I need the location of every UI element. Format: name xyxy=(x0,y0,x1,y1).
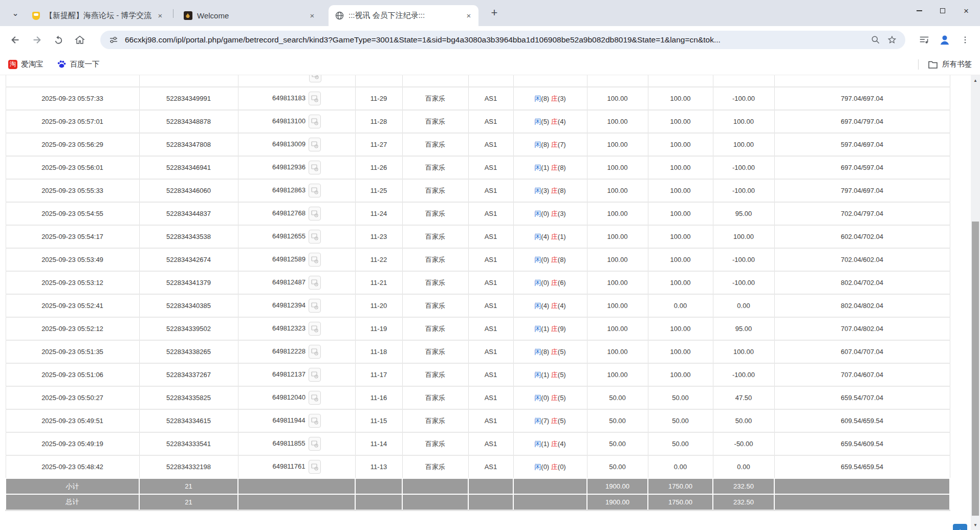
valid-amount: 100.00 xyxy=(648,363,713,386)
order-id: 522834343538 xyxy=(139,225,238,248)
bet-amount-link[interactable]: 100.00 xyxy=(587,87,648,110)
scrollbar-up-arrow-icon[interactable]: ▲ xyxy=(971,76,980,84)
site-settings-icon[interactable] xyxy=(107,34,120,46)
bet-amount-link[interactable]: 100.00 xyxy=(587,156,648,179)
folder-icon xyxy=(928,60,938,69)
bet-amount-link[interactable]: 100.00 xyxy=(587,340,648,363)
welcome-favicon xyxy=(183,11,192,20)
table-row: 2025-09-23 05:50:27522834335825649812040… xyxy=(6,386,950,409)
video-replay-button[interactable] xyxy=(309,437,321,451)
bet-amount-link[interactable]: 50.00 xyxy=(587,455,648,478)
video-replay-button[interactable] xyxy=(309,368,321,382)
total-valid: 1750.00 xyxy=(648,494,713,510)
banker-count: (4) xyxy=(558,440,566,448)
window-maximize-button[interactable] xyxy=(931,0,954,21)
bet-amount-link[interactable]: 50.00 xyxy=(587,386,648,409)
media-controls-icon[interactable] xyxy=(917,32,932,48)
page-scrollbar[interactable]: ▲ ▼ xyxy=(971,75,980,530)
order-id: 522834347808 xyxy=(139,133,238,156)
video-replay-button[interactable] xyxy=(309,207,321,220)
order-id: 522834346060 xyxy=(139,179,238,202)
order-id: 522834333541 xyxy=(139,432,238,455)
bet-amount-link[interactable]: 100.00 xyxy=(587,363,648,386)
video-replay-button[interactable] xyxy=(309,92,321,105)
video-replay-button[interactable] xyxy=(309,184,321,197)
account-name: AS1 xyxy=(468,317,513,340)
round-number: 649812863 xyxy=(272,186,306,194)
taobao-icon: 淘 xyxy=(8,60,17,69)
video-replay-button[interactable] xyxy=(309,460,321,474)
bet-amount-link[interactable]: 50.00 xyxy=(587,432,648,455)
banker-label: 庄 xyxy=(551,118,558,125)
player-label: 闲 xyxy=(534,210,541,217)
bet-table-body: 2025-09-23 05:57:33522834349991649813183… xyxy=(6,75,950,510)
bookmark-star-icon[interactable] xyxy=(886,34,898,46)
video-replay-button[interactable] xyxy=(309,391,321,405)
table-row: 2025-09-23 05:51:35522834338265649812228… xyxy=(6,340,950,363)
url-text[interactable]: 66cxkj98.com/ipl/portal.php/game/betreco… xyxy=(125,35,865,45)
bet-amount-link[interactable]: 100.00 xyxy=(587,110,648,133)
banker-count: (8) xyxy=(558,164,566,171)
bookmark-taobao[interactable]: 淘 爱淘宝 xyxy=(8,59,43,69)
back-button[interactable] xyxy=(8,33,23,47)
profile-avatar[interactable] xyxy=(937,32,952,48)
table-row: 2025-09-23 05:56:01522834346941649812936… xyxy=(6,156,950,179)
bet-amount-link[interactable]: 100.00 xyxy=(587,133,648,156)
all-bookmarks-button[interactable]: 所有书签 xyxy=(928,59,972,69)
player-count: (8) xyxy=(541,95,549,102)
bookmark-baidu[interactable]: 百度一下 xyxy=(57,59,100,69)
tab-forum[interactable]: 【新提醒】海燕论坛 - 博学交流 × xyxy=(25,5,170,26)
round-number: 649812323 xyxy=(272,324,306,332)
video-replay-button[interactable] xyxy=(309,115,321,128)
reload-button[interactable] xyxy=(51,33,66,47)
video-replay-button[interactable] xyxy=(309,322,321,336)
video-replay-button[interactable] xyxy=(309,138,321,151)
tab-search-chevron-icon[interactable]: ⌄ xyxy=(8,6,23,20)
forward-button[interactable] xyxy=(30,33,44,47)
banker-label: 庄 xyxy=(551,348,558,356)
tab-bet-record[interactable]: :::视讯 会员下注纪录::: × xyxy=(329,5,478,26)
bet-amount-link[interactable]: 100.00 xyxy=(587,248,648,271)
video-replay-button[interactable] xyxy=(309,414,321,428)
valid-amount: 0.00 xyxy=(648,294,713,317)
new-tab-button[interactable]: + xyxy=(487,6,502,20)
balance: 702.04/797.04 xyxy=(774,202,950,225)
bet-amount-link[interactable]: 50.00 xyxy=(587,409,648,432)
round-id: 649812768 xyxy=(238,202,355,225)
home-button[interactable] xyxy=(73,33,87,47)
scrollbar-thumb[interactable] xyxy=(972,222,979,516)
player-count: (1) xyxy=(541,325,549,333)
video-replay-button[interactable] xyxy=(309,345,321,359)
zoom-icon[interactable] xyxy=(869,34,882,46)
video-replay-button[interactable] xyxy=(309,230,321,244)
tab-close-icon[interactable]: × xyxy=(156,11,165,20)
tab-close-icon[interactable]: × xyxy=(464,11,473,20)
video-replay-button[interactable] xyxy=(309,75,321,82)
video-replay-button[interactable] xyxy=(309,253,321,267)
video-replay-button[interactable] xyxy=(309,161,321,174)
account-name: AS1 xyxy=(468,179,513,202)
bet-amount-link[interactable]: 100.00 xyxy=(587,271,648,294)
bet-amount-link[interactable]: 100.00 xyxy=(587,317,648,340)
video-replay-button[interactable] xyxy=(309,276,321,290)
address-bar[interactable]: 66cxkj98.com/ipl/portal.php/game/betreco… xyxy=(100,31,905,49)
video-replay-button[interactable] xyxy=(309,299,321,313)
win-loss: 100.00 xyxy=(713,110,774,133)
window-close-button[interactable]: × xyxy=(954,0,978,21)
banker-label: 庄 xyxy=(551,302,558,310)
window-minimize-button[interactable] xyxy=(907,0,931,21)
tab-close-icon[interactable]: × xyxy=(308,11,317,20)
bet-amount-link[interactable]: 100.00 xyxy=(587,225,648,248)
bet-amount-link[interactable]: 100.00 xyxy=(587,202,648,225)
back-to-top-button[interactable]: ▲ xyxy=(953,524,967,530)
order-id: 522834340385 xyxy=(139,294,238,317)
bet-amount-link[interactable]: 100.00 xyxy=(587,294,648,317)
scrollbar-down-arrow-icon[interactable]: ▼ xyxy=(971,521,980,529)
round-number: 649812768 xyxy=(272,209,306,217)
tab-welcome[interactable]: Welcome × xyxy=(177,5,322,26)
win-loss: 47.50 xyxy=(713,386,774,409)
player-count: (0) xyxy=(541,463,549,471)
browser-menu-icon[interactable] xyxy=(957,32,973,48)
bet-amount-link[interactable]: 100.00 xyxy=(587,179,648,202)
bet-time: 2025-09-23 05:54:55 xyxy=(6,202,139,225)
